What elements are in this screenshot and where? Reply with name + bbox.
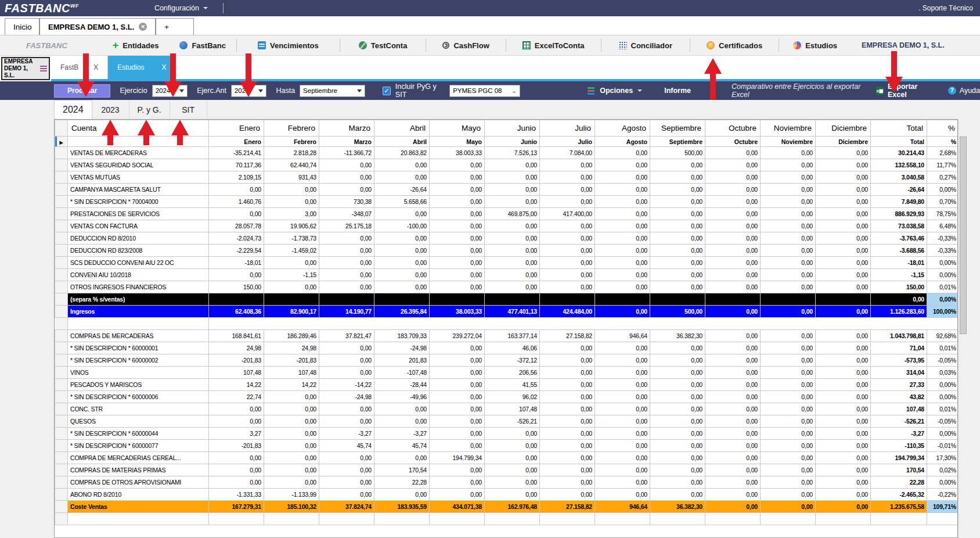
vertical-scrollbar[interactable] xyxy=(958,119,968,538)
row-selector[interactable] xyxy=(55,147,68,159)
month-cell[interactable]: 0,00 xyxy=(540,159,595,171)
account-label[interactable]: VENTAS MUTUAS xyxy=(68,171,209,184)
month-cell[interactable]: 0,00 xyxy=(595,379,650,391)
month-cell[interactable]: 0,00 xyxy=(540,452,595,464)
tab-empresa-demo[interactable]: EMPRESA DEMO 1, S.L. ✕ xyxy=(39,18,156,35)
month-cell[interactable]: 0,00 xyxy=(485,428,540,440)
month-cell[interactable]: -49,96 xyxy=(374,391,430,403)
month-cell[interactable]: 0,00 xyxy=(430,391,485,403)
month-cell[interactable] xyxy=(374,318,430,330)
month-cell[interactable]: 22,74 xyxy=(209,391,264,403)
toolbar-item-exceltoconta[interactable]: ExcelToConta xyxy=(506,41,601,50)
month-cell[interactable]: 0,00 xyxy=(650,428,705,440)
month-cell[interactable]: 194.799,34 xyxy=(430,452,485,464)
month-cell[interactable] xyxy=(816,293,871,306)
subtab-estudios[interactable]: Estudios X xyxy=(108,56,175,79)
month-cell[interactable]: 0,00 xyxy=(319,184,374,196)
month-cell[interactable]: -1.738,73 xyxy=(264,232,319,245)
month-cell[interactable]: 37.821,47 xyxy=(319,330,374,342)
month-cell[interactable]: 0,00 xyxy=(374,489,430,501)
account-label[interactable]: QUESOS xyxy=(68,415,209,428)
month-cell[interactable]: 0,00 xyxy=(374,281,430,293)
month-cell[interactable]: 0,00 xyxy=(374,452,430,464)
account-label[interactable]: CAMPANYA MASCARETA SALUT xyxy=(68,184,209,196)
month-cell[interactable]: 0,00 xyxy=(705,184,761,196)
toolbar-item-estudios[interactable]: Estudios xyxy=(779,41,851,50)
pct-cell[interactable] xyxy=(927,513,959,525)
month-cell[interactable]: 0,00 xyxy=(816,464,871,476)
month-cell[interactable]: 0,00 xyxy=(319,281,374,293)
month-cell[interactable]: 0,00 xyxy=(650,476,705,489)
month-cell[interactable]: 0,00 xyxy=(430,281,485,293)
month-cell[interactable]: 0,00 xyxy=(705,428,761,440)
month-cell[interactable]: 183.935,59 xyxy=(374,501,430,513)
month-cell[interactable]: 0,00 xyxy=(816,428,871,440)
month-cell[interactable]: 0,00 xyxy=(209,208,264,220)
opciones-button[interactable]: Opciones xyxy=(587,87,642,95)
month-cell[interactable]: 0,00 xyxy=(430,379,485,391)
row-selector[interactable] xyxy=(55,391,68,403)
total-cell[interactable]: -110,35 xyxy=(871,440,927,452)
month-cell[interactable]: 0,00 xyxy=(705,354,761,367)
month-cell[interactable]: 0,00 xyxy=(595,391,650,403)
month-cell[interactable]: 0,00 xyxy=(705,257,761,269)
month-cell[interactable]: 183.709,33 xyxy=(374,330,430,342)
month-cell[interactable]: 0,00 xyxy=(705,403,761,415)
month-cell[interactable]: 0,00 xyxy=(319,354,374,367)
month-cell[interactable]: 0,00 xyxy=(650,354,705,367)
pct-cell[interactable]: 0,00% xyxy=(927,428,959,440)
pct-cell[interactable]: 6,48% xyxy=(927,220,959,232)
month-cell[interactable]: 0,00 xyxy=(264,184,319,196)
month-cell[interactable]: 0,00 xyxy=(430,184,485,196)
row-selector[interactable] xyxy=(55,489,68,501)
pct-cell[interactable]: 0,00% xyxy=(927,379,959,391)
month-cell[interactable]: 0,00 xyxy=(264,415,319,428)
month-cell[interactable]: 0,00 xyxy=(430,428,485,440)
month-cell[interactable]: 0,00 xyxy=(540,428,595,440)
account-label[interactable]: COMPRA DE MERCADERIAS CEREAL... xyxy=(68,452,209,464)
month-cell[interactable] xyxy=(209,293,264,306)
account-label[interactable]: CONVENI AIU 10/2018 xyxy=(68,269,209,281)
pct-cell[interactable]: 0,02% xyxy=(927,464,959,476)
month-cell[interactable]: -372,12 xyxy=(485,354,540,367)
month-cell[interactable]: 206,56 xyxy=(485,367,540,379)
month-cell[interactable]: 0,00 xyxy=(705,415,761,428)
month-cell[interactable]: 0,00 xyxy=(761,403,816,415)
account-label[interactable]: * SIN DESCRIPCION * 60000001 xyxy=(68,342,209,354)
month-cell[interactable]: -3,27 xyxy=(319,428,374,440)
month-cell[interactable]: 0,00 xyxy=(761,428,816,440)
month-cell[interactable]: 0,00 xyxy=(540,196,595,208)
month-cell[interactable]: 0,00 xyxy=(650,171,705,184)
incluir-pyg-checkbox[interactable]: Incluir PyG y SIT xyxy=(383,83,445,99)
month-cell[interactable]: 45,74 xyxy=(319,440,374,452)
month-cell[interactable]: 0,00 xyxy=(319,476,374,489)
month-cell[interactable]: 38.003,33 xyxy=(430,306,485,318)
month-cell[interactable]: -100,00 xyxy=(374,220,430,232)
month-cell[interactable]: 0,00 xyxy=(816,269,871,281)
month-cell[interactable]: 0,00 xyxy=(430,464,485,476)
month-cell[interactable]: 0,00 xyxy=(705,501,761,513)
month-cell[interactable] xyxy=(816,513,871,525)
month-cell[interactable]: 0,00 xyxy=(595,306,650,318)
hasta-select[interactable]: Septiembre xyxy=(300,85,365,97)
month-cell[interactable]: 0,00 xyxy=(816,208,871,220)
total-cell[interactable]: 1.126.283,60 xyxy=(871,306,927,318)
month-cell[interactable] xyxy=(761,513,816,525)
month-cell[interactable]: 0,00 xyxy=(650,245,705,257)
month-cell[interactable] xyxy=(540,293,595,306)
month-cell[interactable]: 0,00 xyxy=(485,232,540,245)
month-cell[interactable]: 0,00 xyxy=(430,220,485,232)
month-cell[interactable]: 0,00 xyxy=(319,452,374,464)
month-cell[interactable]: 0,00 xyxy=(650,208,705,220)
month-cell[interactable]: 82.900,17 xyxy=(264,306,319,318)
month-cell[interactable] xyxy=(540,318,595,330)
month-cell[interactable]: 0,00 xyxy=(705,342,761,354)
total-cell[interactable]: 0,00 xyxy=(871,293,927,306)
month-cell[interactable]: 0,00 xyxy=(705,464,761,476)
month-cell[interactable]: 27.158,82 xyxy=(540,501,595,513)
month-cell[interactable]: 0,00 xyxy=(816,159,871,171)
month-cell[interactable] xyxy=(264,293,319,306)
month-cell[interactable]: 0,00 xyxy=(816,501,871,513)
month-cell[interactable]: 0,00 xyxy=(650,220,705,232)
subtab-close-icon[interactable]: X xyxy=(161,63,166,71)
